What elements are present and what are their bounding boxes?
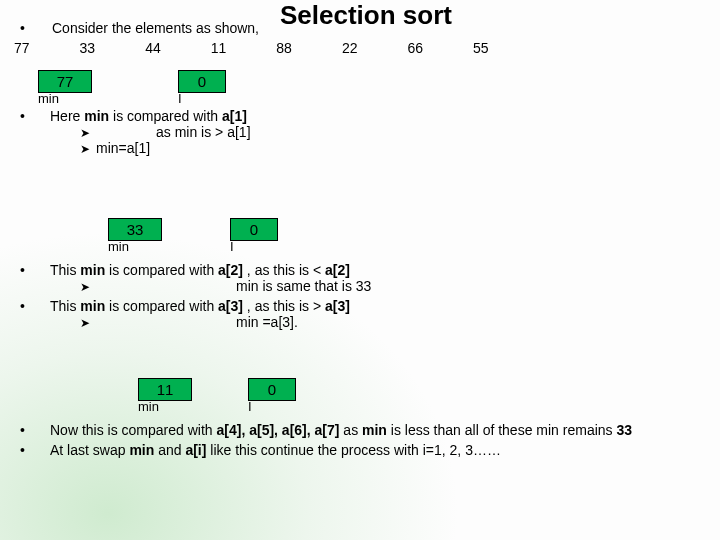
intro-text: Consider the elements as shown,: [52, 20, 259, 36]
intro-row: • Consider the elements as shown,: [20, 20, 259, 36]
step2-sub1: min is same that is 33: [236, 278, 371, 294]
step2-line1: This min is compared with a[2] , as this…: [50, 262, 350, 278]
step1: 77 min 0 I • Here min is compared with a…: [38, 70, 251, 160]
arr-0: 77: [14, 40, 30, 56]
step1-sub2: min=a[1]: [96, 140, 150, 156]
step3-min-box: 11: [138, 378, 192, 401]
arr-4: 88: [276, 40, 292, 56]
arrow-icon: [80, 140, 96, 156]
step3-i-box: 0: [248, 378, 296, 401]
slide-title: Selection sort: [280, 0, 452, 31]
step3-i-label: I: [248, 399, 296, 414]
step1-sub1: as min is > a[1]: [156, 124, 251, 140]
step2-text: • This min is compared with a[2] , as th…: [20, 262, 371, 334]
step1-min-label: min: [38, 91, 92, 106]
step2-i-box: 0: [230, 218, 278, 241]
arrow-icon: [80, 278, 96, 294]
arr-6: 66: [407, 40, 423, 56]
arr-7: 55: [473, 40, 489, 56]
bullet-icon: •: [20, 262, 32, 278]
arr-5: 22: [342, 40, 358, 56]
step3-text: • Now this is compared with a[4], a[5], …: [20, 422, 700, 462]
bullet-icon: •: [20, 442, 32, 458]
step2-boxes: 33 min 0 I: [108, 218, 278, 254]
arrow-icon: [80, 314, 96, 330]
step1-i-box: 0: [178, 70, 226, 93]
step1-i-label: I: [178, 91, 226, 106]
bullet-icon: •: [20, 20, 32, 36]
array-values: 77 33 44 11 88 22 66 55: [14, 40, 489, 56]
step3-line1: Now this is compared with a[4], a[5], a[…: [50, 422, 632, 438]
bullet-icon: •: [20, 108, 32, 124]
step3-line2: At last swap min and a[i] like this cont…: [50, 442, 501, 458]
step2-line2: This min is compared with a[3] , as this…: [50, 298, 350, 314]
arr-3: 11: [211, 40, 227, 56]
step3-boxes: 11 min 0 I: [138, 378, 296, 414]
step1-min-box: 77: [38, 70, 92, 93]
step1-line: Here min is compared with a[1]: [50, 108, 247, 124]
arr-2: 44: [145, 40, 161, 56]
step3-min-label: min: [138, 399, 192, 414]
step2-min-box: 33: [108, 218, 162, 241]
step2-i-label: I: [230, 239, 278, 254]
step2-min-label: min: [108, 239, 162, 254]
step2-sub2: min =a[3].: [236, 314, 298, 330]
arrow-icon: [80, 124, 96, 140]
arr-1: 33: [80, 40, 96, 56]
bullet-icon: •: [20, 298, 32, 314]
bullet-icon: •: [20, 422, 32, 438]
